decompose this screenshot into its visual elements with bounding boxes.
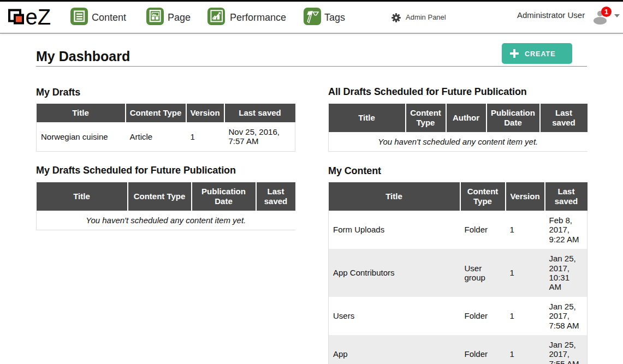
svg-text:eZ: eZ [26, 8, 51, 28]
